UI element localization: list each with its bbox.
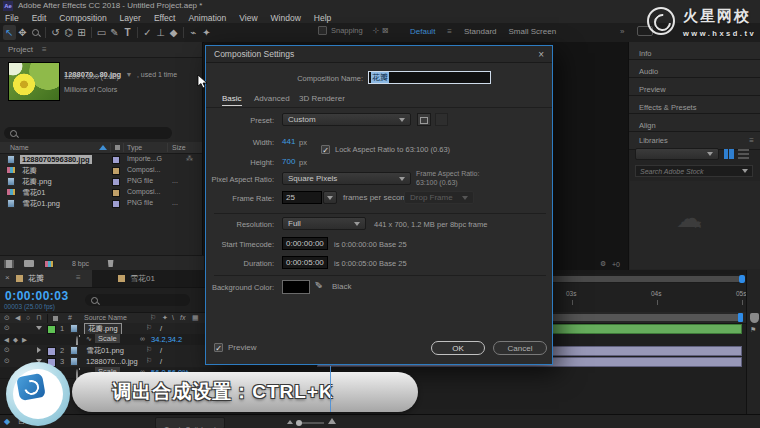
- shy-toggle-icon[interactable]: ⚐: [146, 357, 152, 365]
- cancel-button[interactable]: Cancel: [493, 341, 547, 355]
- project-row[interactable]: 雪花01.png PNG file ...: [0, 198, 203, 209]
- ok-button[interactable]: OK: [431, 341, 485, 355]
- label-column-icon[interactable]: [115, 145, 120, 150]
- menu-view[interactable]: View: [239, 13, 257, 23]
- framerate-field[interactable]: 25: [282, 191, 322, 204]
- type-tool-icon[interactable]: T: [121, 24, 134, 41]
- comp-marker-icon[interactable]: [750, 313, 759, 323]
- navigator-end-handle[interactable]: [739, 275, 745, 283]
- link-icon[interactable]: ∞: [140, 335, 145, 342]
- expander-icon[interactable]: [36, 326, 42, 330]
- graph-icon[interactable]: ∿: [86, 335, 92, 343]
- label-swatch[interactable]: [112, 178, 120, 186]
- tab-3d-renderer[interactable]: 3D Renderer: [299, 94, 345, 103]
- new-folder-icon[interactable]: [24, 260, 34, 267]
- zoom-out-mountain-icon[interactable]: [287, 420, 293, 424]
- rotation-tool-icon[interactable]: ↺: [49, 24, 62, 41]
- quality-toggle-icon[interactable]: /: [160, 357, 162, 366]
- label-swatch[interactable]: [112, 189, 120, 197]
- timeline-tab-inactive[interactable]: 雪花01: [108, 270, 192, 287]
- quality-toggle-icon[interactable]: /: [160, 346, 162, 355]
- source-name-column[interactable]: Source Name: [84, 314, 127, 321]
- shy-toggle-icon[interactable]: ⚐: [146, 346, 152, 354]
- label-swatch[interactable]: [112, 167, 120, 175]
- framerate-dropdown-button[interactable]: [323, 191, 337, 204]
- timeline-zoom-slider[interactable]: [296, 422, 324, 424]
- menu-edit[interactable]: Edit: [32, 13, 47, 23]
- menu-window[interactable]: Window: [271, 13, 301, 23]
- roto-brush-tool-icon[interactable]: ⌁: [187, 24, 200, 41]
- timeline-search-input[interactable]: [85, 294, 190, 306]
- pan-behind-tool-icon[interactable]: ⊞: [75, 24, 88, 41]
- save-preset-button[interactable]: [417, 113, 431, 126]
- workspace-standard[interactable]: Standard: [464, 27, 496, 36]
- col-type[interactable]: Type: [127, 144, 142, 151]
- render-toggle-icon[interactable]: ◆: [4, 417, 10, 426]
- delete-preset-button[interactable]: [435, 113, 448, 126]
- menu-help[interactable]: Help: [314, 13, 331, 23]
- sort-asc-icon[interactable]: [99, 145, 107, 150]
- comp-name-field[interactable]: 花瓣: [368, 71, 491, 84]
- work-area-end-handle[interactable]: [738, 313, 743, 322]
- toggle-switches-button[interactable]: Toggle Switches / Modes: [155, 417, 225, 428]
- panel-align[interactable]: Align: [629, 114, 760, 132]
- tab-basic[interactable]: Basic: [222, 94, 242, 106]
- item-name[interactable]: 花瓣: [22, 166, 37, 176]
- width-value[interactable]: 441: [282, 137, 295, 146]
- pan-flag-icon[interactable]: ⚑: [750, 326, 756, 334]
- par-select[interactable]: Square Pixels: [282, 172, 411, 185]
- height-value[interactable]: 700: [282, 157, 295, 166]
- panel-info[interactable]: Info: [629, 42, 760, 60]
- start-timecode-field[interactable]: 0:00:00:00: [282, 237, 328, 250]
- snapping-checkbox[interactable]: [318, 26, 327, 35]
- col-size[interactable]: Size: [172, 144, 186, 151]
- selection-tool-icon[interactable]: ↖: [3, 25, 16, 40]
- layer-label-swatch[interactable]: [47, 347, 56, 356]
- workspace-menu-icon[interactable]: ≡: [447, 27, 452, 36]
- project-search-input[interactable]: [4, 127, 172, 139]
- item-name[interactable]: 1288070596380.jpg: [20, 155, 92, 164]
- menu-composition[interactable]: Composition: [59, 13, 106, 23]
- zoom-slider-knob[interactable]: [296, 420, 302, 426]
- preview-checkbox[interactable]: ✓: [214, 343, 223, 352]
- quality-toggle-icon[interactable]: /: [160, 324, 162, 333]
- property-value[interactable]: 34.2,34.2: [151, 335, 182, 344]
- dialog-title-bar[interactable]: Composition Settings ×: [206, 46, 552, 63]
- keyframe-next-icon[interactable]: ▶: [22, 336, 27, 344]
- item-name[interactable]: 花瓣.png: [22, 177, 52, 187]
- keyframe-add-icon[interactable]: ◆: [13, 336, 18, 344]
- tab-advanced[interactable]: Advanced: [254, 94, 290, 103]
- timeline-tab-active[interactable]: × 花瓣 ≡: [0, 270, 92, 287]
- stock-search-input[interactable]: Search Adobe Stock: [635, 165, 753, 177]
- tab-project[interactable]: Project: [8, 45, 33, 54]
- trash-icon[interactable]: [107, 260, 114, 267]
- preset-select[interactable]: Custom: [282, 113, 411, 126]
- label-swatch[interactable]: [112, 200, 120, 208]
- list-view-icon[interactable]: [738, 149, 749, 159]
- interpret-footage-icon[interactable]: [4, 260, 14, 268]
- expander-icon[interactable]: [37, 347, 41, 353]
- menu-layer[interactable]: Layer: [120, 13, 141, 23]
- puppet-pin-tool-icon[interactable]: ✦: [200, 24, 213, 41]
- shape-tool-icon[interactable]: ▭: [95, 24, 108, 41]
- snap-options-icon[interactable]: ⊹ ⊠: [373, 26, 389, 35]
- col-name[interactable]: Name: [10, 144, 29, 151]
- project-row[interactable]: 雪花01 Composi...: [0, 187, 203, 198]
- new-composition-icon[interactable]: [44, 260, 54, 268]
- current-timecode[interactable]: 0:00:00:03: [5, 289, 69, 303]
- brush-tool-icon[interactable]: ✓: [141, 24, 154, 41]
- shy-toggle-icon[interactable]: ⚐: [146, 324, 152, 332]
- panel-effects-presets[interactable]: Effects & Presets: [629, 96, 760, 114]
- layer-name[interactable]: 雪花01.png: [86, 346, 124, 356]
- libraries-menu-icon[interactable]: ≡: [749, 132, 754, 149]
- menu-effect[interactable]: Effect: [154, 13, 176, 23]
- item-name[interactable]: 雪花01: [22, 188, 45, 198]
- eraser-tool-icon[interactable]: ◆: [167, 24, 180, 41]
- layer-label-swatch[interactable]: [47, 325, 56, 334]
- workspace-overflow[interactable]: »: [620, 27, 624, 36]
- gear-icon[interactable]: ⚙: [600, 260, 606, 268]
- project-row[interactable]: 花瓣.png PNG file ...: [0, 176, 203, 187]
- duration-field[interactable]: 0:00:05:00: [282, 256, 328, 269]
- project-panel-menu-icon[interactable]: ≡: [42, 45, 47, 54]
- exposure-value[interactable]: +0: [612, 261, 620, 268]
